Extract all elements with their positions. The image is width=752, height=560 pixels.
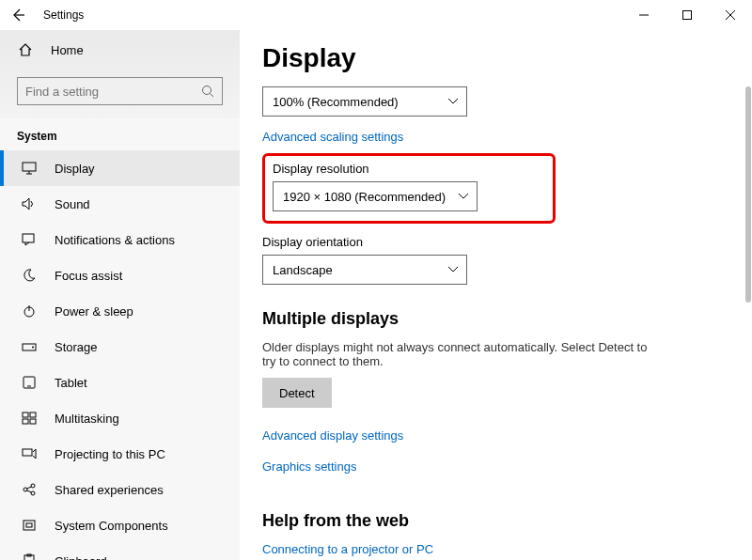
scale-value: 100% (Recommended)	[273, 95, 399, 109]
focus-assist-icon	[21, 268, 38, 283]
svg-line-5	[211, 94, 214, 98]
minimize-icon	[639, 10, 649, 20]
svg-rect-1	[683, 11, 692, 20]
svg-point-23	[31, 491, 35, 495]
svg-line-25	[27, 490, 32, 492]
back-button[interactable]	[6, 3, 30, 27]
svg-point-22	[31, 484, 35, 488]
sidebar-item-label: Multitasking	[55, 412, 119, 426]
sidebar-item-label: Shared experiences	[55, 483, 164, 497]
advanced-scaling-link[interactable]: Advanced scaling settings	[262, 130, 403, 144]
close-icon	[726, 10, 735, 20]
orientation-value: Landscape	[273, 263, 333, 277]
svg-rect-27	[26, 523, 32, 527]
shared-icon	[21, 482, 38, 497]
window-title: Settings	[43, 8, 84, 22]
sidebar: Home System Display Sound	[0, 30, 240, 560]
sidebar-item-label: Display	[55, 162, 95, 176]
svg-point-4	[203, 86, 212, 95]
svg-point-21	[24, 488, 27, 491]
resolution-label: Display resolution	[273, 162, 541, 176]
resolution-dropdown[interactable]: 1920 × 1080 (Recommended)	[273, 181, 478, 211]
graphics-settings-link[interactable]: Graphics settings	[262, 459, 356, 474]
resolution-value: 1920 × 1080 (Recommended)	[283, 190, 446, 204]
multitasking-icon	[21, 412, 38, 425]
projecting-icon	[21, 447, 38, 460]
chevron-down-icon	[458, 193, 469, 200]
sidebar-item-label: System Components	[55, 519, 168, 533]
sidebar-nav: Display Sound Notifications & actions Fo…	[0, 150, 240, 560]
svg-rect-20	[23, 449, 32, 456]
orientation-label: Display orientation	[262, 235, 724, 249]
orientation-dropdown[interactable]: Landscape	[262, 255, 467, 285]
svg-rect-26	[24, 521, 35, 530]
sidebar-item-power-sleep[interactable]: Power & sleep	[0, 293, 240, 329]
main-content: Display 100% (Recommended) Advanced scal…	[240, 30, 752, 560]
sidebar-item-storage[interactable]: Storage	[0, 329, 240, 365]
sidebar-item-projecting[interactable]: Projecting to this PC	[0, 436, 240, 472]
sidebar-item-notifications[interactable]: Notifications & actions	[0, 222, 240, 257]
svg-rect-18	[23, 419, 28, 424]
sidebar-item-label: Projecting to this PC	[55, 447, 165, 461]
maximize-icon	[682, 10, 692, 20]
sidebar-item-label: Clipboard	[55, 554, 107, 561]
scrollbar[interactable]	[745, 86, 751, 303]
svg-rect-6	[23, 163, 36, 171]
page-title: Display	[262, 43, 724, 73]
sidebar-item-clipboard[interactable]: Clipboard	[0, 543, 240, 560]
sidebar-item-display[interactable]: Display	[0, 150, 240, 186]
sidebar-item-label: Sound	[55, 197, 90, 211]
scale-dropdown[interactable]: 100% (Recommended)	[262, 86, 467, 117]
components-icon	[21, 519, 38, 532]
titlebar: Settings	[0, 0, 752, 30]
notifications-icon	[21, 233, 38, 246]
search-field[interactable]	[25, 85, 201, 99]
tablet-icon	[21, 376, 38, 389]
multiple-displays-desc: Older displays might not always connect …	[262, 340, 648, 368]
storage-icon	[21, 340, 38, 353]
sidebar-item-label: Storage	[55, 340, 98, 354]
svg-rect-17	[30, 412, 36, 417]
sound-icon	[21, 197, 38, 210]
advanced-display-link[interactable]: Advanced display settings	[262, 428, 403, 443]
svg-point-13	[32, 347, 34, 349]
category-label: System	[0, 118, 240, 150]
clipboard-icon	[21, 553, 38, 560]
close-button[interactable]	[709, 0, 752, 30]
home-nav[interactable]: Home	[0, 30, 240, 70]
help-link-projector[interactable]: Connecting to a projector or PC	[262, 542, 724, 556]
arrow-left-icon	[10, 8, 25, 23]
sidebar-item-system-components[interactable]: System Components	[0, 507, 240, 543]
sidebar-item-multitasking[interactable]: Multitasking	[0, 400, 240, 436]
sidebar-item-sound[interactable]: Sound	[0, 186, 240, 222]
sidebar-item-tablet[interactable]: Tablet	[0, 365, 240, 400]
maximize-button[interactable]	[666, 0, 709, 30]
search-icon	[201, 85, 214, 98]
power-icon	[21, 303, 38, 319]
minimize-button[interactable]	[622, 0, 666, 30]
sidebar-item-focus-assist[interactable]: Focus assist	[0, 257, 240, 293]
sidebar-item-shared-experiences[interactable]: Shared experiences	[0, 472, 240, 507]
chevron-down-icon	[447, 266, 459, 273]
sidebar-item-label: Tablet	[55, 376, 87, 390]
svg-line-24	[27, 487, 32, 489]
svg-rect-19	[30, 419, 36, 424]
resolution-highlight: Display resolution 1920 × 1080 (Recommen…	[262, 153, 556, 224]
detect-button[interactable]: Detect	[262, 378, 332, 408]
home-icon	[17, 42, 34, 57]
svg-rect-9	[23, 234, 34, 242]
search-input[interactable]	[17, 77, 223, 105]
sidebar-item-label: Focus assist	[55, 269, 122, 283]
multiple-displays-heading: Multiple displays	[262, 309, 724, 329]
home-label: Home	[51, 43, 84, 57]
chevron-down-icon	[447, 98, 459, 105]
sidebar-item-label: Notifications & actions	[55, 233, 175, 247]
help-heading: Help from the web	[262, 511, 724, 531]
display-icon	[21, 162, 38, 175]
sidebar-item-label: Power & sleep	[55, 304, 133, 319]
svg-rect-16	[23, 412, 28, 417]
